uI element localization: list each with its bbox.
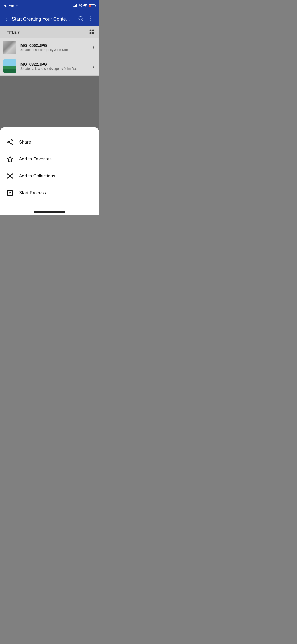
status-icons: ⌘ [73,4,95,8]
app-bar: ‹ Start Creating Your Conte... [0,12,99,26]
svg-line-12 [9,141,11,142]
battery-icon [89,4,95,7]
file-name: IMG_0562.JPG [20,43,88,48]
page-title: Start Creating Your Conte... [12,16,74,22]
svg-line-1 [82,20,83,21]
sort-dropdown-icon: ▾ [18,30,20,34]
file-thumbnail [3,41,16,54]
file-info: IMG_0822.JPG Updated a few seconds ago b… [20,62,88,71]
status-bar: 16:30 ↗ ⌘ [0,0,99,12]
status-time: 16:30 ↗ [4,4,18,8]
file-name: IMG_0822.JPG [20,62,88,66]
svg-marker-14 [7,156,13,162]
sort-label: TITLE [7,30,17,34]
favorites-icon [6,155,14,163]
svg-point-2 [90,16,91,17]
svg-line-22 [8,176,10,178]
svg-rect-6 [92,29,94,31]
file-item[interactable]: IMG_0822.JPG Updated a few seconds ago b… [0,57,99,76]
collections-icon [6,172,14,180]
wifi-icon: ⌘ [78,4,87,8]
svg-line-13 [9,142,11,144]
start-process-icon [6,189,14,197]
svg-rect-7 [90,32,91,34]
svg-line-20 [8,174,10,176]
share-menu-item[interactable]: Share [0,134,99,151]
start-process-menu-item[interactable]: Start Process [0,185,99,201]
more-options-icon[interactable] [87,15,95,24]
share-label: Share [19,140,31,145]
bottom-sheet: Share Add to Favorites Add to Coll [0,127,99,215]
add-to-collections-label: Add to Collections [19,173,55,179]
home-indicator [34,211,65,213]
grid-view-icon[interactable] [89,29,95,36]
file-list: IMG_0562.JPG Updated 4 hours ago by John… [0,38,99,76]
back-button[interactable]: ‹ [4,14,9,24]
start-process-label: Start Process [19,190,46,196]
file-info: IMG_0562.JPG Updated 4 hours ago by John… [20,43,88,52]
svg-line-21 [11,174,12,176]
add-to-collections-menu-item[interactable]: Add to Collections [0,168,99,185]
share-icon [6,139,14,146]
app-bar-actions [77,15,95,24]
svg-point-4 [90,20,91,21]
file-more-button[interactable] [91,63,96,69]
sort-bar: ↑ TITLE ▾ [0,26,99,38]
svg-line-23 [11,176,12,178]
svg-rect-8 [92,32,94,34]
file-item[interactable]: IMG_0562.JPG Updated 4 hours ago by John… [0,38,99,57]
svg-point-3 [90,18,91,19]
sort-arrow-up: ↑ [4,30,6,34]
add-to-favorites-label: Add to Favorites [19,157,52,162]
file-meta: Updated 4 hours ago by John Doe [20,48,88,52]
sort-button[interactable]: ↑ TITLE ▾ [4,30,20,34]
file-more-button[interactable] [91,45,96,50]
time-label: 16:30 [4,4,14,8]
add-to-favorites-menu-item[interactable]: Add to Favorites [0,151,99,168]
svg-rect-5 [90,29,91,31]
search-icon[interactable] [77,15,85,24]
file-meta: Updated a few seconds ago by John Doe [20,67,88,71]
location-icon: ↗ [15,4,18,8]
file-thumbnail [3,59,16,73]
signal-icon [73,4,77,7]
